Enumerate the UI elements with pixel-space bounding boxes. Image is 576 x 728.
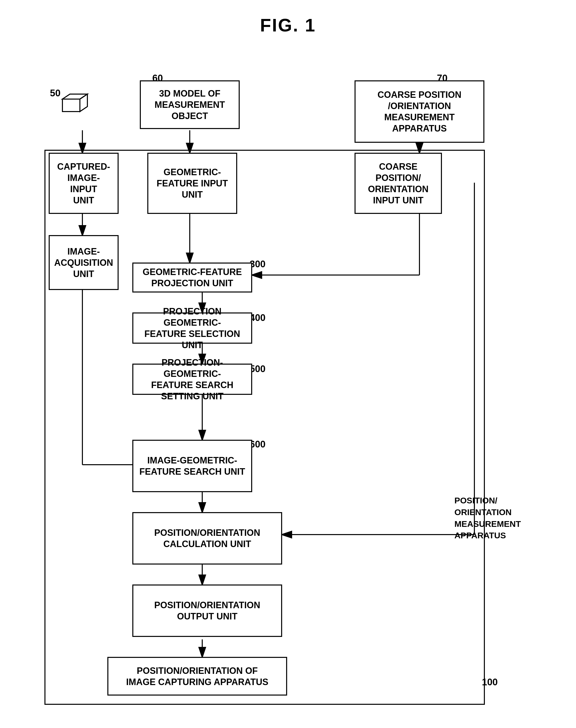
svg-marker-19 [62,99,80,112]
box-pos-orientation-calc: POSITION/ORIENTATION CALCULATION UNIT [132,512,282,565]
box-pos-orientation-result: POSITION/ORIENTATION OF IMAGE CAPTURING … [107,657,287,696]
label-pos-apparatus: POSITION/ ORIENTATION MEASUREMENT APPARA… [454,495,529,541]
box-pos-orientation-output: POSITION/ORIENTATION OUTPUT UNIT [132,584,282,637]
box-projection-selection: PROJECTION GEOMETRIC- FEATURE SELECTION … [132,312,252,344]
box-coarse-position-input: COARSE POSITION/ ORIENTATION INPUT UNIT [354,153,442,214]
ref-100: 100 [482,677,498,688]
box-coarse-apparatus: COARSE POSITION /ORIENTATION MEASUREMENT… [354,80,484,143]
box-3d-model: 3D MODEL OF MEASUREMENT OBJECT [140,80,240,129]
box-geometric-feature-input: GEOMETRIC- FEATURE INPUT UNIT [147,153,237,214]
box-geometric-projection: GEOMETRIC-FEATURE PROJECTION UNIT [132,263,252,293]
camera-icon [57,92,90,121]
svg-marker-21 [62,94,87,99]
diagram: 50 60 3D MODEL OF MEASUREMENT OBJECT 70 … [0,46,576,728]
page-title: FIG. 1 [0,0,576,46]
box-image-acquisition: IMAGE- ACQUISITION UNIT [49,235,119,290]
box-image-geometric-search: IMAGE-GEOMETRIC- FEATURE SEARCH UNIT [132,440,252,492]
box-projection-search: PROJECTION-GEOMETRIC- FEATURE SEARCH SET… [132,364,252,395]
box-captured-image-input: CAPTURED- IMAGE- INPUT UNIT [49,153,119,214]
